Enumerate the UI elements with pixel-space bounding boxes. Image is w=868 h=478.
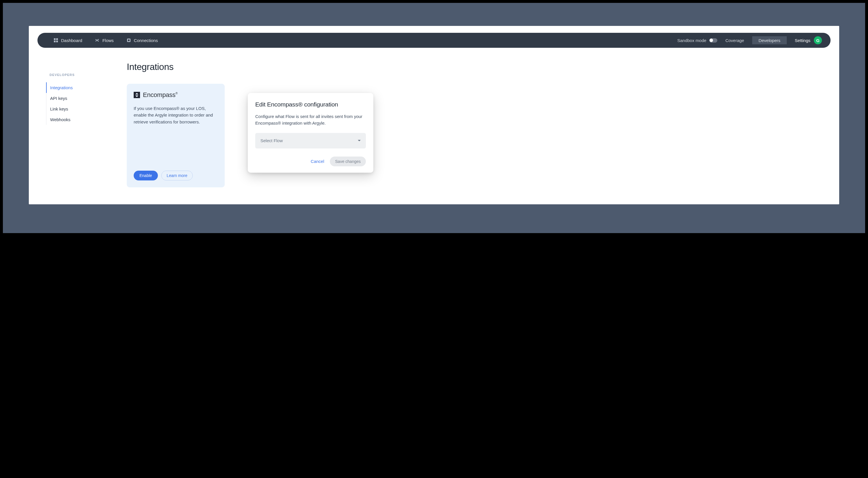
- svg-rect-6: [134, 92, 140, 98]
- sandbox-toggle-wrap: Sandbox mode: [677, 38, 717, 43]
- top-navbar: Dashboard Flows Connections Sand: [37, 33, 831, 48]
- chevron-down-icon: [358, 140, 361, 141]
- sidebar-item-api-keys[interactable]: API keys: [46, 93, 115, 104]
- integration-card-encompass: Encompass® If you use Encompass® as your…: [127, 84, 225, 187]
- sandbox-toggle[interactable]: [709, 38, 717, 43]
- svg-rect-2: [54, 41, 56, 42]
- sandbox-label: Sandbox mode: [677, 38, 706, 43]
- enable-button[interactable]: Enable: [134, 171, 158, 180]
- cancel-button[interactable]: Cancel: [311, 159, 324, 164]
- integration-description: If you use Encompass® as your LOS, enabl…: [134, 105, 218, 125]
- flows-icon: [95, 38, 99, 43]
- nav-connections[interactable]: Connections: [126, 38, 158, 43]
- integration-brand: Encompass®: [143, 91, 178, 99]
- learn-more-button[interactable]: Learn more: [161, 171, 193, 180]
- flow-select[interactable]: Select Flow: [255, 133, 366, 148]
- edit-config-modal: Edit Encompass® configuration Configure …: [248, 93, 373, 173]
- sidebar: DEVELOPERS Integrations API keys Link ke…: [46, 62, 115, 187]
- avatar-letter: G: [816, 38, 819, 43]
- sidebar-list: Integrations API keys Link keys Webhooks: [46, 82, 115, 125]
- connections-icon: [126, 38, 131, 43]
- svg-rect-1: [56, 38, 58, 40]
- avatar[interactable]: G: [814, 36, 822, 44]
- modal-title: Edit Encompass® configuration: [255, 101, 366, 108]
- nav-flows-label: Flows: [102, 38, 114, 43]
- app-window: Dashboard Flows Connections Sand: [29, 26, 839, 204]
- svg-rect-3: [56, 41, 58, 42]
- nav-coverage[interactable]: Coverage: [725, 38, 744, 43]
- nav-dashboard-label: Dashboard: [61, 38, 82, 43]
- svg-rect-5: [128, 39, 130, 41]
- nav-settings-label: Settings: [795, 38, 810, 43]
- encompass-logo-icon: [134, 92, 140, 98]
- sidebar-item-link-keys[interactable]: Link keys: [46, 104, 115, 114]
- nav-flows[interactable]: Flows: [95, 38, 114, 43]
- page-title: Integrations: [127, 62, 822, 72]
- nav-connections-label: Connections: [134, 38, 158, 43]
- nav-dashboard[interactable]: Dashboard: [54, 38, 82, 43]
- sidebar-item-webhooks[interactable]: Webhooks: [46, 114, 115, 125]
- modal-description: Configure what Flow is sent for all invi…: [255, 113, 366, 127]
- sidebar-item-integrations[interactable]: Integrations: [46, 82, 115, 93]
- main-content: Integrations Encompass® If you use Encom…: [127, 62, 822, 187]
- svg-rect-0: [54, 38, 56, 40]
- sidebar-title: DEVELOPERS: [46, 73, 115, 76]
- nav-settings[interactable]: Settings G: [795, 36, 824, 44]
- flow-select-placeholder: Select Flow: [260, 138, 283, 143]
- dashboard-icon: [54, 38, 58, 43]
- nav-developers[interactable]: Developers: [752, 36, 787, 44]
- save-changes-button[interactable]: Save changes: [330, 157, 366, 166]
